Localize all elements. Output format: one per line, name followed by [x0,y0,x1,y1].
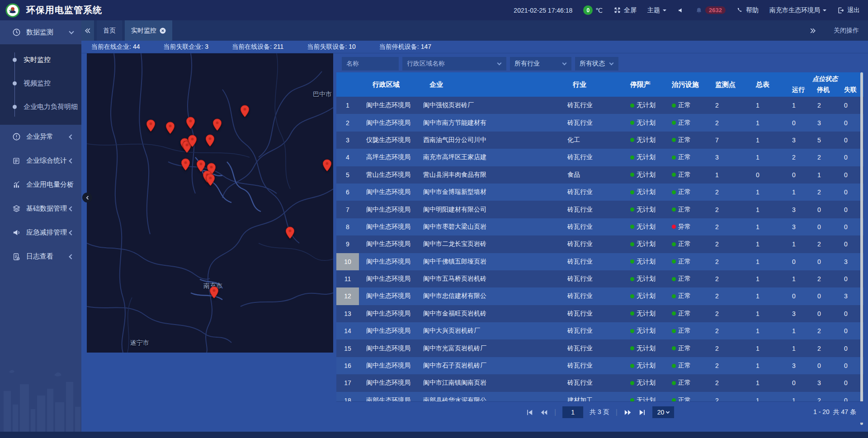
cell-pollution-facility: 正常 [665,305,710,322]
bullet-dot-icon [13,105,17,109]
table-row[interactable]: 17阆中生态环境局阆中市江南镇阆南页岩砖瓦行业无计划正常21030 [336,374,863,391]
double-chevron-right-icon[interactable] [809,27,816,34]
app-logo [5,3,20,18]
logout-button[interactable]: 退出 [837,6,860,14]
cell-region: 阆中生态环境局 [359,114,416,131]
close-operations-button[interactable]: 关闭操作 [834,27,859,35]
chevron-left-icon [69,206,74,211]
cell-pollution-facility: 正常 [665,357,710,374]
map-city-label: 遂宁市 [130,339,149,347]
prev-page-button[interactable] [540,409,548,416]
theme-dropdown[interactable]: 主题 [647,6,666,14]
table-row[interactable]: 10阆中生态环境局阆中千佛镇五郎垭页岩砖瓦行业无计划正常21003 [336,253,863,270]
table-row[interactable]: 16阆中生态环境局阆中市石子页岩机砖厂砖瓦行业无计划正常21300 [336,357,863,374]
table-row[interactable]: 1阆中生态环境局阆中强锐页岩砖厂砖瓦行业无计划正常21120 [336,97,863,114]
sidebar-item[interactable]: 企业综合统计 [0,149,81,173]
sidebar-item-label: 日志查看 [26,252,53,261]
table-row[interactable]: 4高坪生态环境局南充市高坪区王家店建砖瓦行业无计划正常31220 [336,149,863,166]
cell-offline: 0 [839,305,863,322]
table-row[interactable]: 11阆中生态环境局阆中市五马桥页岩机砖砖瓦行业无计划正常21120 [336,270,863,287]
region-select[interactable]: 行政区域名称 [402,57,506,71]
map-pin-icon[interactable] [322,159,332,172]
map-pin-icon[interactable] [209,286,219,299]
notifications-button[interactable]: 2632 [695,6,726,14]
fullscreen-button[interactable]: 全屏 [613,6,637,14]
table-row[interactable]: 7阆中生态环境局阆中明阳建材有限公司砖瓦行业无计划正常21300 [336,201,863,218]
cell-stopped: 2 [811,97,839,114]
table-row[interactable]: 3仪陇生态环境局西南油气田分公司川中化工无计划正常71350 [336,132,863,149]
table-row[interactable]: 6阆中生态环境局阆中市金博瑞新型墙材砖瓦行业无计划正常21120 [336,184,863,201]
map-pin-icon[interactable] [188,135,197,147]
help-button[interactable]: 帮助 [736,6,759,14]
map-panel[interactable]: 巴中市南充市遂宁市 [87,53,333,353]
row-index: 7 [336,201,359,218]
cell-running: 1 [787,184,811,201]
sidebar-subitem-label: 视频监控 [24,79,51,88]
sidebar-subitem[interactable]: 视频监控 [0,71,81,95]
row-index: 1 [336,97,359,114]
map-pin-icon[interactable] [181,158,190,171]
map-pin-icon[interactable] [206,174,215,186]
map-pin-icon[interactable] [285,226,295,239]
page-number-input[interactable]: 1 [562,406,583,418]
map-pin-icon[interactable] [212,118,222,131]
chevron-down-icon [609,61,614,66]
cell-pollution-facility: 正常 [665,253,710,270]
industry-select[interactable]: 所有行业 [510,57,571,71]
stat-label: 当前在线设备: [232,43,272,50]
cell-total-meter: 1 [750,270,787,287]
cell-total-meter: 1 [750,305,787,322]
tab-realtime-monitor[interactable]: 实时监控 [125,20,172,41]
table-row[interactable]: 8阆中生态环境局阆中市枣碧大梁山页岩砖瓦行业无计划异常21300 [336,218,863,235]
table-row[interactable]: 18南部生态环境局南部县砖华水泥有限公建材加工无计划正常21120 [336,392,863,401]
table-row[interactable]: 13阆中生态环境局阆中市金福旺页岩机砖砖瓦行业无计划正常21300 [336,305,863,322]
logout-label: 退出 [847,6,860,14]
sidebar-subitem[interactable]: 实时监控 [0,48,81,71]
sidebar-subitem[interactable]: 企业电力负荷明细 [0,95,81,118]
table-row[interactable]: 5营山生态环境局营山县润丰肉食品有限食品无计划正常10010 [336,166,863,184]
page-size-select[interactable]: 20 [652,406,674,418]
org-dropdown[interactable]: 南充市生态环境局 [769,6,826,14]
cell-running: 1 [787,322,811,339]
sidebar-item[interactable]: 数据监测 [0,20,81,44]
tab-home[interactable]: 首页 [97,20,122,41]
cell-company: 南部县砖华水泥有限公 [416,392,563,401]
cell-production-limit: 无计划 [624,322,665,339]
next-page-button[interactable] [624,409,632,416]
region-select-value: 行政区域名称 [407,60,445,68]
sidebar-item[interactable]: 日志查看 [0,245,81,268]
sidebar-item[interactable]: 企业用电量分析 [0,173,81,197]
map-collapse-button[interactable] [82,193,92,203]
cell-company: 阆中市南方节能建材有 [416,114,563,131]
cell-monitor-points: 2 [710,357,750,374]
map-pin-icon[interactable] [165,122,175,134]
tabs-scroll-left-button[interactable] [81,20,94,41]
first-page-button[interactable] [526,409,533,416]
vertical-scrollbar[interactable] [860,72,863,425]
cell-industry: 砖瓦行业 [563,201,624,218]
map-pin-icon[interactable] [205,134,215,147]
table-row[interactable]: 9阆中生态环境局阆中市二龙长宝页岩砖砖瓦行业无计划正常21120 [336,235,863,253]
table-row[interactable]: 2阆中生态环境局阆中市南方节能建材有砖瓦行业无计划正常21030 [336,114,863,131]
stat-label: 当前失联设备: [307,43,347,50]
table-row[interactable]: 14阆中生态环境局阆中大兴页岩机砖厂砖瓦行业无计划正常21120 [336,322,863,339]
cell-pollution-facility: 正常 [665,374,710,391]
map-pin-icon[interactable] [240,105,250,118]
cell-production-limit: 无计划 [624,339,665,357]
sidebar-item[interactable]: 企业异常 [0,125,81,149]
map-roads [87,53,333,353]
map-pin-icon[interactable] [146,119,156,132]
map-pin-icon[interactable] [186,117,195,129]
map-city-label: 巴中市 [313,90,332,99]
sidebar-item[interactable]: 应急减排管理 [0,221,81,245]
cell-total-meter: 1 [750,184,787,201]
tab-close-icon[interactable] [160,28,166,34]
mute-button[interactable] [677,7,684,14]
sidebar-item[interactable]: 基础数据管理 [0,197,81,221]
table-row[interactable]: 12阆中生态环境局阆中市忠信建材有限公砖瓦行业无计划正常21003 [336,287,863,305]
cell-running: 3 [787,357,811,374]
table-row[interactable]: 15阆中生态环境局阆中市光富页岩机砖厂砖瓦行业无计划正常21120 [336,339,863,357]
last-page-button[interactable] [638,409,646,416]
status-select[interactable]: 所有状态 [575,57,618,71]
name-search-input[interactable]: 名称 [342,57,399,71]
